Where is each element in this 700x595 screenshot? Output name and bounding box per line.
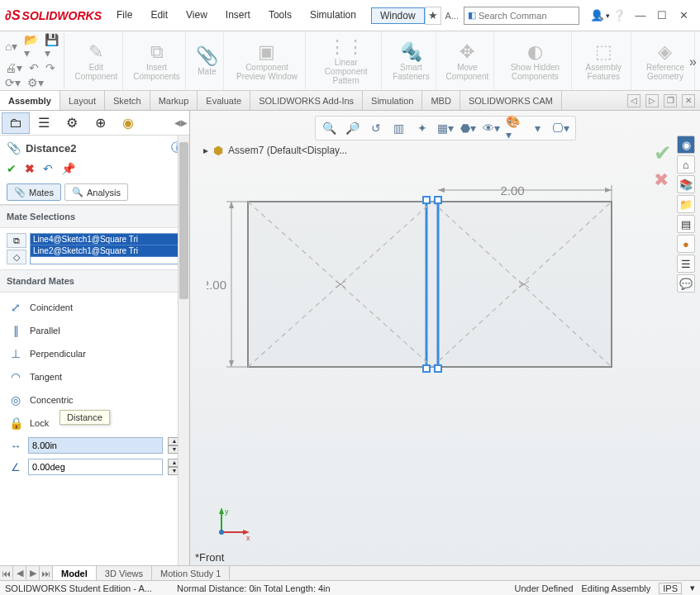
view-settings-icon[interactable]: 🖵▾ [552,119,570,137]
home-icon[interactable]: ⌂▾ [5,40,17,53]
scene-icon[interactable]: ▾ [529,119,547,137]
user-icon[interactable]: 👤 [586,6,607,26]
mate-selection-item[interactable]: Line4@Sketch1@Square Tri [31,234,182,245]
print-icon[interactable]: 🖨▾ [5,61,22,74]
prev-view-icon[interactable]: ↺ [367,119,385,137]
section-standard-mates[interactable]: Standard Mates ˄ [0,269,189,293]
subtab-mates[interactable]: 📎Mates [7,183,61,201]
rib-move-component[interactable]: ✥Move Component [441,31,495,90]
section-view-icon[interactable]: ▥ [390,119,408,137]
menu-simulation[interactable]: Simulation [307,7,360,24]
rib-reference-geometry[interactable]: ◈Reference Geometry [636,31,695,90]
ribbon-overflow-icon[interactable]: » [689,55,697,69]
mate-concentric[interactable]: ◎Concentric [0,388,189,412]
mate-parallel[interactable]: ∥Parallel [0,319,189,342]
fm-tab-feature-tree[interactable]: 🗀 [2,112,30,134]
menu-window[interactable]: Window [371,7,425,24]
bottom-tab-motion-study[interactable]: Motion Study 1 [152,566,230,580]
rib-comp-preview[interactable]: ▣Component Preview Window [229,31,306,90]
mate-lock[interactable]: 🔒Lock Distance [0,412,189,435]
dynamic-view-icon[interactable]: ✦ [413,119,431,137]
options-icon[interactable]: ⚙▾ [27,76,44,89]
panel-restore-icon[interactable]: ❐ [664,94,677,107]
graphics-area[interactable]: 🔍 🔎 ↺ ▥ ✦ ▦▾ ⬣▾ 👁▾ 🎨▾ ▾ 🖵▾ ▸ ⬢ Assem7 (D… [190,111,700,565]
redo-icon[interactable]: ↷ [45,61,55,74]
tab-mbd[interactable]: MBD [422,91,460,110]
bottom-nav-next-icon[interactable]: ▶ [26,566,40,580]
fm-tab-nav-right-icon[interactable]: ▶ [181,118,188,127]
pm-scrollbar[interactable] [178,136,189,565]
rebuild-dropdown-icon[interactable]: ⟳▾ [5,76,21,89]
tab-addins[interactable]: SOLIDWORKS Add-Ins [250,91,363,110]
rib-mate[interactable]: 📎Mate [191,31,224,90]
tab-layout[interactable]: Layout [60,91,105,110]
bottom-nav-first-icon[interactable]: ⏮ [0,566,13,580]
breadcrumb-expand-icon[interactable]: ▸ [203,145,208,156]
status-units[interactable]: IPS [659,583,682,594]
rib-linear-pattern[interactable]: ⋮⋮Linear Component Pattern [311,31,382,90]
task-view-palette-icon[interactable]: ▤ [677,215,695,233]
mate-tangent[interactable]: ◠Tangent [0,365,189,388]
tab-simulation[interactable]: Simulation [363,91,422,110]
menu-insert[interactable]: Insert [222,7,254,24]
mate-entities-icon[interactable]: ⧉ [7,233,26,248]
confirm-accept-icon[interactable]: ✔ [654,140,672,166]
accept-button[interactable]: ✔ [7,162,17,175]
menu-file[interactable]: File [113,7,136,24]
mate-selection-item[interactable]: Line2@Sketch1@Square Tri [31,245,182,257]
view-triad[interactable]: y x [210,507,251,540]
fm-tab-display-manager[interactable]: ◉ [114,112,142,134]
pm-scroll-thumb[interactable] [179,142,188,299]
display-style-icon[interactable]: ▦▾ [436,119,455,137]
star-icon[interactable]: ★ [425,7,442,25]
menu-view[interactable]: View [183,7,211,24]
bottom-nav-prev-icon[interactable]: ◀ [13,566,26,580]
mate-alignment-icon[interactable]: ◇ [7,250,26,264]
zoom-area-icon[interactable]: 🔎 [344,119,362,137]
save-icon[interactable]: 💾▾ [45,33,59,60]
tab-cam[interactable]: SOLIDWORKS CAM [460,91,562,110]
rib-edit-component[interactable]: ✎Edit Component [69,31,123,90]
undo-icon[interactable]: ↶ [29,61,39,74]
dim-horizontal[interactable]: 2.00 [500,185,524,198]
tab-assembly[interactable]: Assembly [0,91,60,110]
panel-close-icon[interactable]: ✕ [682,94,695,107]
section-mate-selections[interactable]: Mate Selections ˄ [0,205,189,228]
task-forum-icon[interactable]: 💬 [677,274,695,293]
appearance-icon[interactable]: 🎨▾ [506,119,524,137]
undo-button[interactable]: ↶ [43,162,53,175]
bottom-tab-3dviews[interactable]: 3D Views [97,566,152,580]
bottom-tab-model[interactable]: Model [53,566,97,580]
minimize-icon[interactable]: — [630,6,651,26]
task-file-explorer-icon[interactable]: 📁 [677,195,695,213]
mate-coincident[interactable]: ⤢Coincident [0,296,189,319]
task-home-icon[interactable]: ⌂ [677,155,695,174]
tab-sketch[interactable]: Sketch [105,91,150,110]
fm-tab-nav-left-icon[interactable]: ◀ [174,118,181,127]
help-icon[interactable]: ❔ [607,6,629,26]
distance-input[interactable] [28,437,163,454]
fm-tab-config-manager[interactable]: ⚙ [58,112,86,134]
panel-collapse-left-icon[interactable]: ◁ [627,94,640,107]
task-appearances-icon[interactable]: ● [677,235,695,253]
rib-assembly-features[interactable]: ⬚Assembly Features [577,31,631,90]
command-search[interactable]: ◧ 🔍 ▾ [464,7,579,25]
tab-markup[interactable]: Markup [150,91,198,110]
subtab-analysis[interactable]: 🔍Analysis [64,183,128,201]
rib-smart-fasteners[interactable]: 🔩Smart Fasteners [387,31,436,90]
dim-vertical[interactable]: 2.00 [207,278,226,292]
rib-insert-components[interactable]: ⧉Insert Components [128,31,186,90]
close-icon[interactable]: ✕ [674,6,695,26]
tab-evaluate[interactable]: Evaluate [198,91,250,110]
menu-tools[interactable]: Tools [265,7,295,24]
task-resources-icon[interactable]: ◉ [677,136,695,154]
confirm-cancel-icon[interactable]: ✖ [654,169,672,191]
panel-collapse-right-icon[interactable]: ▷ [645,94,659,107]
fm-tab-dimxpert[interactable]: ⊕ [86,112,114,134]
bottom-nav-last-icon[interactable]: ⏭ [40,566,53,580]
fm-tab-property-manager[interactable]: ☰ [30,112,58,134]
breadcrumb[interactable]: ▸ ⬢ Assem7 (Default<Display... [203,144,347,157]
angle-input[interactable] [28,459,163,475]
mate-perpendicular[interactable]: ⊥Perpendicular [0,342,189,365]
mate-selection-list[interactable]: Line4@Sketch1@Square Tri Line2@Sketch1@S… [30,233,183,264]
